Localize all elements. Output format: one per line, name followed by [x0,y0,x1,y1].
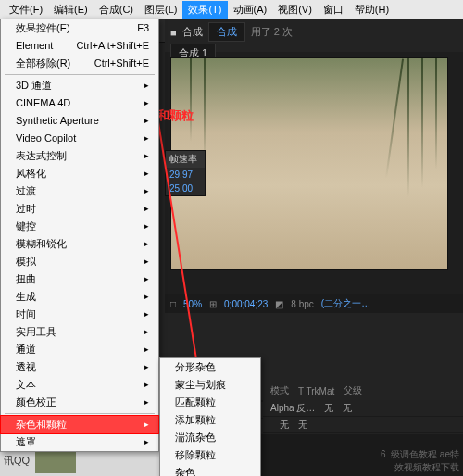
parent-dropdown[interactable]: 无 [298,419,307,432]
submenu-match-grain[interactable]: 匹配颗粒 [160,394,260,411]
mode-column-header: 模式 [270,384,289,397]
trkmat-dropdown[interactable]: 无 [324,402,333,415]
menu-expression-controls[interactable]: 表达式控制 [1,147,158,165]
menu-keying[interactable]: 键控 [1,218,158,235]
menu-layer[interactable]: 图层(L) [139,1,182,19]
comp-panel-label: 合成 [182,25,203,39]
menu-perspective[interactable]: 透视 [1,358,158,376]
submenu-fractal-noise[interactable]: 分形杂色 [160,358,260,376]
menu-obsolete[interactable]: 过时 [1,200,158,218]
noise-grain-submenu: 分形杂色 蒙尘与划痕 匹配颗粒 添加颗粒 湍流杂色 移除颗粒 杂色 杂色 Alp… [159,357,261,476]
submenu-noise[interactable]: 杂色 [160,464,260,476]
menu-animation[interactable]: 动画(A) [228,1,273,19]
menu-video-copilot[interactable]: Video Copilot [1,130,158,147]
menu-effect[interactable]: 效果(T) [182,1,227,19]
submenu-turbulent-noise[interactable]: 湍流杂色 [160,429,260,446]
zoom-level[interactable]: 50% [183,299,202,309]
timeline-right-columns: 模式 T TrkMat 父级 Alpha 反… 无 无 无 无 [263,382,463,433]
effects-dropdown: 效果控件(E)F3 ElementCtrl+Alt+Shift+E 全部移除(R… [0,19,159,452]
menu-blur-sharpen[interactable]: 模糊和锐化 [1,235,158,253]
menu-composition[interactable]: 合成(C) [94,1,139,19]
menu-distort[interactable]: 扭曲 [1,270,158,288]
comp-tabs: ■ 合成 合成 用了 2 次 合成 1 [165,19,463,52]
color-depth: 8 bpc [291,299,313,309]
menu-remove-all[interactable]: 全部移除(R)Ctrl+Shift+E [1,55,158,72]
parent-dropdown[interactable]: 无 [343,402,352,415]
submenu-add-grain[interactable]: 添加颗粒 [160,411,260,429]
resolution-dropdown[interactable]: (二分之一… [321,297,370,310]
menu-separator [5,74,155,75]
menu-noise-grain[interactable]: 杂色和颗粒 [1,416,158,433]
menu-file[interactable]: 文件(F) [4,1,48,19]
comp-used-text: 用了 2 次 [251,25,293,39]
menu-utility[interactable]: 实用工具 [1,323,158,341]
menu-synthetic-aperture[interactable]: Synthetic Aperture [1,112,158,130]
menu-generate[interactable]: 生成 [1,288,158,306]
menu-edit[interactable]: 编辑(E) [48,1,94,19]
trkmat-column-header: T TrkMat [298,386,334,396]
menu-3d-channel[interactable]: 3D 通道 [1,77,158,94]
footer-text: 6 级调色教程 ae特 效视频教程下载 [381,448,459,474]
menu-cinema4d[interactable]: CINEMA 4D [1,94,158,112]
menu-window[interactable]: 窗口 [318,1,349,19]
menubar: 文件(F) 编辑(E) 合成(C) 图层(L) 效果(T) 动画(A) 视图(V… [0,0,463,19]
qq-label: 讯QQ [0,454,33,468]
comp-panel-icon: ■ [170,27,177,38]
menu-text-effects[interactable]: 文本 [1,376,158,394]
menu-separator [5,413,155,414]
current-time[interactable]: 0;00;04;23 [224,299,268,309]
menu-help[interactable]: 帮助(H) [349,1,394,19]
frame-rate-panel: 帧速率 29.97 25.00 [165,150,206,196]
parent-column-header: 父级 [344,384,362,397]
mode-dropdown[interactable]: Alpha 反… [270,402,315,415]
mask-mode-icon[interactable]: □ [170,299,176,309]
alpha-icon[interactable]: ◩ [275,299,283,309]
menu-color-correction[interactable]: 颜色校正 [1,394,158,411]
frame-rate-value-1[interactable]: 29.97 [166,168,205,182]
menu-time[interactable]: 时间 [1,306,158,323]
menu-simulation[interactable]: 模拟 [1,253,158,270]
menu-view[interactable]: 视图(V) [272,1,318,19]
menu-transition[interactable]: 过渡 [1,182,158,200]
grid-icon[interactable]: ⊞ [209,299,217,309]
trkmat-dropdown[interactable]: 无 [280,419,289,432]
viewer-status-bar: □ 50% ⊞ 0;00;04;23 ◩ 8 bpc (二分之一… [165,294,463,313]
frame-rate-label: 帧速率 [166,151,205,168]
submenu-remove-grain[interactable]: 移除颗粒 [160,446,260,464]
menu-stylize[interactable]: 风格化 [1,165,158,182]
menu-effect-controls[interactable]: 效果控件(E)F3 [1,19,158,37]
menu-element[interactable]: ElementCtrl+Alt+Shift+E [1,37,158,55]
menu-matte[interactable]: 遮罩 [1,433,158,451]
frame-rate-value-2[interactable]: 25.00 [166,182,205,195]
menu-channel[interactable]: 通道 [1,341,158,358]
composition-viewer[interactable] [170,57,448,270]
submenu-dust-scratches[interactable]: 蒙尘与划痕 [160,376,260,394]
comp-name-tab[interactable]: 合成 [208,22,245,42]
